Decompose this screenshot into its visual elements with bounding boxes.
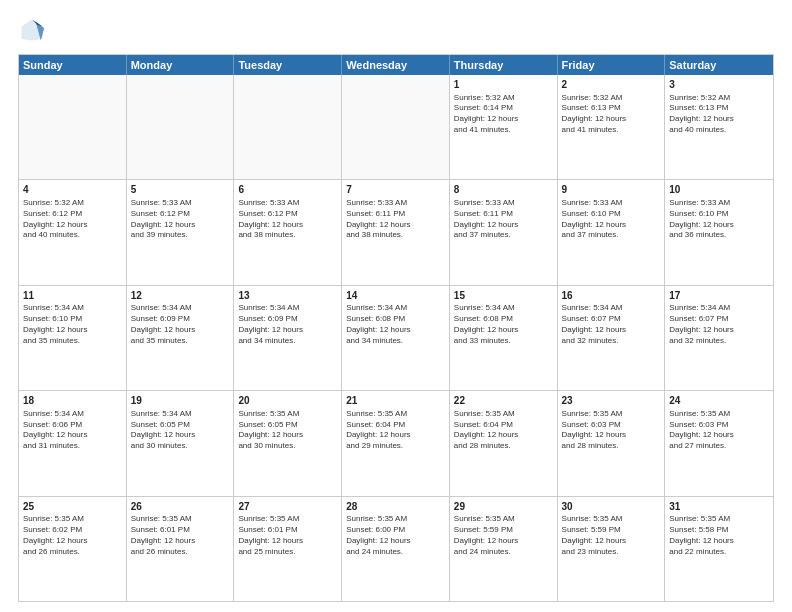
calendar-cell: 23Sunrise: 5:35 AM Sunset: 6:03 PM Dayli…: [558, 391, 666, 495]
day-number: 11: [23, 289, 122, 303]
cell-info: Sunrise: 5:35 AM Sunset: 5:58 PM Dayligh…: [669, 514, 769, 557]
day-number: 3: [669, 78, 769, 92]
cell-info: Sunrise: 5:34 AM Sunset: 6:07 PM Dayligh…: [669, 303, 769, 346]
day-number: 2: [562, 78, 661, 92]
cell-info: Sunrise: 5:34 AM Sunset: 6:06 PM Dayligh…: [23, 409, 122, 452]
calendar-cell: 9Sunrise: 5:33 AM Sunset: 6:10 PM Daylig…: [558, 180, 666, 284]
calendar-cell: 11Sunrise: 5:34 AM Sunset: 6:10 PM Dayli…: [19, 286, 127, 390]
calendar-cell: [234, 75, 342, 179]
calendar-cell: 13Sunrise: 5:34 AM Sunset: 6:09 PM Dayli…: [234, 286, 342, 390]
calendar-cell: 6Sunrise: 5:33 AM Sunset: 6:12 PM Daylig…: [234, 180, 342, 284]
cell-info: Sunrise: 5:35 AM Sunset: 6:05 PM Dayligh…: [238, 409, 337, 452]
calendar-header-cell: Wednesday: [342, 55, 450, 75]
day-number: 20: [238, 394, 337, 408]
cell-info: Sunrise: 5:33 AM Sunset: 6:11 PM Dayligh…: [454, 198, 553, 241]
calendar-cell: 3Sunrise: 5:32 AM Sunset: 6:13 PM Daylig…: [665, 75, 773, 179]
calendar-cell: 1Sunrise: 5:32 AM Sunset: 6:14 PM Daylig…: [450, 75, 558, 179]
day-number: 31: [669, 500, 769, 514]
cell-info: Sunrise: 5:33 AM Sunset: 6:10 PM Dayligh…: [562, 198, 661, 241]
calendar-header-cell: Thursday: [450, 55, 558, 75]
calendar-cell: [127, 75, 235, 179]
cell-info: Sunrise: 5:35 AM Sunset: 6:04 PM Dayligh…: [454, 409, 553, 452]
cell-info: Sunrise: 5:34 AM Sunset: 6:08 PM Dayligh…: [454, 303, 553, 346]
cell-info: Sunrise: 5:34 AM Sunset: 6:08 PM Dayligh…: [346, 303, 445, 346]
calendar-cell: 21Sunrise: 5:35 AM Sunset: 6:04 PM Dayli…: [342, 391, 450, 495]
day-number: 15: [454, 289, 553, 303]
calendar-cell: 24Sunrise: 5:35 AM Sunset: 6:03 PM Dayli…: [665, 391, 773, 495]
cell-info: Sunrise: 5:34 AM Sunset: 6:05 PM Dayligh…: [131, 409, 230, 452]
calendar-cell: 12Sunrise: 5:34 AM Sunset: 6:09 PM Dayli…: [127, 286, 235, 390]
calendar-header-cell: Monday: [127, 55, 235, 75]
day-number: 25: [23, 500, 122, 514]
calendar-cell: [19, 75, 127, 179]
day-number: 14: [346, 289, 445, 303]
calendar-cell: 28Sunrise: 5:35 AM Sunset: 6:00 PM Dayli…: [342, 497, 450, 601]
calendar-cell: 20Sunrise: 5:35 AM Sunset: 6:05 PM Dayli…: [234, 391, 342, 495]
cell-info: Sunrise: 5:35 AM Sunset: 6:01 PM Dayligh…: [238, 514, 337, 557]
day-number: 30: [562, 500, 661, 514]
cell-info: Sunrise: 5:35 AM Sunset: 5:59 PM Dayligh…: [454, 514, 553, 557]
calendar-row: 25Sunrise: 5:35 AM Sunset: 6:02 PM Dayli…: [19, 496, 773, 601]
calendar-header: SundayMondayTuesdayWednesdayThursdayFrid…: [19, 55, 773, 75]
day-number: 27: [238, 500, 337, 514]
calendar-cell: 31Sunrise: 5:35 AM Sunset: 5:58 PM Dayli…: [665, 497, 773, 601]
day-number: 19: [131, 394, 230, 408]
page-header: [18, 16, 774, 44]
calendar-cell: 29Sunrise: 5:35 AM Sunset: 5:59 PM Dayli…: [450, 497, 558, 601]
calendar-cell: 14Sunrise: 5:34 AM Sunset: 6:08 PM Dayli…: [342, 286, 450, 390]
calendar-cell: 30Sunrise: 5:35 AM Sunset: 5:59 PM Dayli…: [558, 497, 666, 601]
calendar-cell: 4Sunrise: 5:32 AM Sunset: 6:12 PM Daylig…: [19, 180, 127, 284]
cell-info: Sunrise: 5:34 AM Sunset: 6:10 PM Dayligh…: [23, 303, 122, 346]
cell-info: Sunrise: 5:34 AM Sunset: 6:09 PM Dayligh…: [238, 303, 337, 346]
day-number: 5: [131, 183, 230, 197]
day-number: 21: [346, 394, 445, 408]
cell-info: Sunrise: 5:33 AM Sunset: 6:11 PM Dayligh…: [346, 198, 445, 241]
day-number: 13: [238, 289, 337, 303]
cell-info: Sunrise: 5:35 AM Sunset: 6:03 PM Dayligh…: [669, 409, 769, 452]
cell-info: Sunrise: 5:35 AM Sunset: 6:01 PM Dayligh…: [131, 514, 230, 557]
day-number: 10: [669, 183, 769, 197]
day-number: 7: [346, 183, 445, 197]
calendar-header-cell: Tuesday: [234, 55, 342, 75]
calendar-cell: 15Sunrise: 5:34 AM Sunset: 6:08 PM Dayli…: [450, 286, 558, 390]
cell-info: Sunrise: 5:33 AM Sunset: 6:12 PM Dayligh…: [238, 198, 337, 241]
day-number: 29: [454, 500, 553, 514]
calendar: SundayMondayTuesdayWednesdayThursdayFrid…: [18, 54, 774, 602]
calendar-body: 1Sunrise: 5:32 AM Sunset: 6:14 PM Daylig…: [19, 75, 773, 601]
cell-info: Sunrise: 5:32 AM Sunset: 6:13 PM Dayligh…: [562, 93, 661, 136]
calendar-cell: 7Sunrise: 5:33 AM Sunset: 6:11 PM Daylig…: [342, 180, 450, 284]
day-number: 17: [669, 289, 769, 303]
calendar-cell: 16Sunrise: 5:34 AM Sunset: 6:07 PM Dayli…: [558, 286, 666, 390]
calendar-cell: 25Sunrise: 5:35 AM Sunset: 6:02 PM Dayli…: [19, 497, 127, 601]
calendar-cell: 26Sunrise: 5:35 AM Sunset: 6:01 PM Dayli…: [127, 497, 235, 601]
calendar-cell: 18Sunrise: 5:34 AM Sunset: 6:06 PM Dayli…: [19, 391, 127, 495]
calendar-cell: 10Sunrise: 5:33 AM Sunset: 6:10 PM Dayli…: [665, 180, 773, 284]
cell-info: Sunrise: 5:34 AM Sunset: 6:09 PM Dayligh…: [131, 303, 230, 346]
cell-info: Sunrise: 5:33 AM Sunset: 6:12 PM Dayligh…: [131, 198, 230, 241]
day-number: 9: [562, 183, 661, 197]
calendar-header-cell: Friday: [558, 55, 666, 75]
day-number: 23: [562, 394, 661, 408]
cell-info: Sunrise: 5:33 AM Sunset: 6:10 PM Dayligh…: [669, 198, 769, 241]
cell-info: Sunrise: 5:32 AM Sunset: 6:14 PM Dayligh…: [454, 93, 553, 136]
day-number: 26: [131, 500, 230, 514]
day-number: 18: [23, 394, 122, 408]
cell-info: Sunrise: 5:35 AM Sunset: 6:04 PM Dayligh…: [346, 409, 445, 452]
cell-info: Sunrise: 5:35 AM Sunset: 6:02 PM Dayligh…: [23, 514, 122, 557]
day-number: 28: [346, 500, 445, 514]
calendar-row: 11Sunrise: 5:34 AM Sunset: 6:10 PM Dayli…: [19, 285, 773, 390]
cell-info: Sunrise: 5:32 AM Sunset: 6:13 PM Dayligh…: [669, 93, 769, 136]
day-number: 22: [454, 394, 553, 408]
logo-icon: [18, 16, 46, 44]
calendar-header-cell: Sunday: [19, 55, 127, 75]
calendar-cell: 22Sunrise: 5:35 AM Sunset: 6:04 PM Dayli…: [450, 391, 558, 495]
calendar-cell: 17Sunrise: 5:34 AM Sunset: 6:07 PM Dayli…: [665, 286, 773, 390]
day-number: 24: [669, 394, 769, 408]
calendar-cell: 19Sunrise: 5:34 AM Sunset: 6:05 PM Dayli…: [127, 391, 235, 495]
day-number: 12: [131, 289, 230, 303]
logo: [18, 16, 50, 44]
calendar-cell: 5Sunrise: 5:33 AM Sunset: 6:12 PM Daylig…: [127, 180, 235, 284]
day-number: 8: [454, 183, 553, 197]
calendar-cell: 2Sunrise: 5:32 AM Sunset: 6:13 PM Daylig…: [558, 75, 666, 179]
day-number: 4: [23, 183, 122, 197]
